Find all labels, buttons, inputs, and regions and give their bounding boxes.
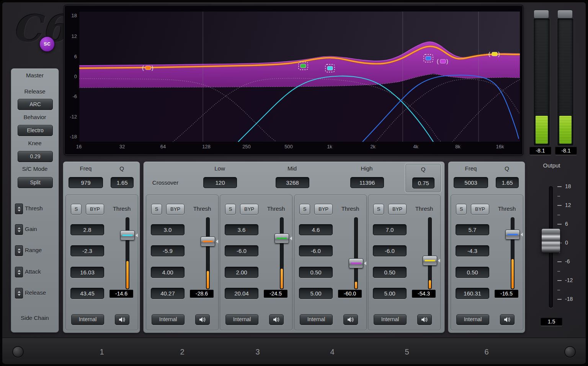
master-thresh-link-spinner[interactable] <box>15 204 23 214</box>
band-3-thresh-slider[interactable] <box>274 233 289 243</box>
band-5-solo-button[interactable]: S <box>373 204 384 215</box>
band-6-solo-button[interactable]: S <box>456 204 467 215</box>
band-4-audition-button[interactable] <box>343 314 358 325</box>
band-4-solo-button[interactable]: S <box>299 204 310 215</box>
band-4-thresh-slider[interactable] <box>349 258 363 268</box>
band-1-audition-button[interactable] <box>115 314 129 325</box>
band-1-bypass-button[interactable]: BYP <box>86 204 104 215</box>
band-3-solo-button[interactable]: S <box>225 204 236 215</box>
band-2-audition-button[interactable] <box>195 314 210 325</box>
band-6-freq-display[interactable]: 5003 <box>454 177 488 188</box>
band-5-thresh-slider[interactable] <box>423 256 437 266</box>
band-2-gain-display[interactable]: 3.0 <box>151 224 185 235</box>
master-range-link-spinner[interactable] <box>15 245 23 256</box>
output-meter-left-level <box>536 116 548 144</box>
band-5-graph-marker[interactable] <box>492 52 497 56</box>
band-3-sidechain-source-button[interactable]: Internal <box>225 314 258 325</box>
band-3-release-display[interactable]: 20.04 <box>225 288 258 299</box>
graph-x-tick-4k: 4k <box>408 144 423 149</box>
graph-y-tick--12: -12 <box>65 113 77 120</box>
band-2-thresh-slider[interactable] <box>201 236 215 246</box>
crossover-high-display[interactable]: 11396 <box>350 177 384 188</box>
master-knee-button[interactable]: 0.29 <box>18 151 53 162</box>
band-3-range-display[interactable]: -6.0 <box>225 245 258 256</box>
band-3-bypass-button[interactable]: BYP <box>240 204 258 215</box>
band-1-q-display[interactable]: 1.65 <box>111 177 134 188</box>
band-4-range-display[interactable]: -6.0 <box>299 245 333 256</box>
crossover-low-display[interactable]: 120 <box>203 177 237 188</box>
output-scale-label-18: 18 <box>565 183 571 189</box>
band-6-attack-display[interactable]: 0.50 <box>456 267 489 278</box>
band-6-thresh-slider[interactable] <box>505 230 520 240</box>
band-4-sidechain-source-button[interactable]: Internal <box>300 314 333 325</box>
band-2-thresh-slider-track[interactable] <box>206 217 210 289</box>
band-2-solo-button[interactable]: S <box>151 204 162 215</box>
band-1-thresh-display: -14.6 <box>109 290 133 298</box>
band-2-sidechain-source-button[interactable]: Internal <box>152 314 185 325</box>
master-behavior-button[interactable]: Electro <box>18 125 53 136</box>
band-6-release-display[interactable]: 160.31 <box>456 288 489 299</box>
band-2-graph-marker[interactable] <box>145 66 151 70</box>
band-5-gain-display[interactable]: 7.0 <box>373 224 407 235</box>
band-1-solo-button[interactable]: S <box>71 204 82 215</box>
crossover-mid-display[interactable]: 3268 <box>276 177 309 188</box>
output-scale-tick-6 <box>557 224 562 225</box>
band-4-gain-display[interactable]: 4.6 <box>299 224 333 235</box>
band-6-sidechain-source-button[interactable]: Internal <box>456 314 489 325</box>
side-chain-label: Side Chain <box>11 315 59 321</box>
band-3-graph-marker[interactable] <box>301 64 306 68</box>
graph-x-tick-500: 500 <box>281 144 296 149</box>
band-6-q-display[interactable]: 1.65 <box>496 177 519 188</box>
master-release-button[interactable]: ARC <box>18 99 53 110</box>
band-3-thresh-display: -24.5 <box>264 290 287 298</box>
band-2-range-display[interactable]: -5.9 <box>151 245 185 256</box>
crossover-panel: Crossover Low 120 Mid 3268 High 11396 Q … <box>143 161 445 333</box>
band-number-2: 2 <box>175 348 190 356</box>
master-gain-link-spinner[interactable] <box>15 224 23 235</box>
frequency-response-plot[interactable]: ()()() <box>79 11 520 142</box>
master-sc-mode-button[interactable]: Split <box>18 177 53 188</box>
band-6-graph-marker[interactable] <box>426 56 431 60</box>
band-4-release-display[interactable]: 5.00 <box>299 288 333 299</box>
band-6-thresh-slider-track[interactable] <box>511 217 514 289</box>
band-1-release-display[interactable]: 43.45 <box>70 288 104 299</box>
band-1-range-display[interactable]: -2.3 <box>70 245 104 256</box>
master-release-link-spinner[interactable] <box>15 288 23 299</box>
band-2-release-display[interactable]: 40.27 <box>151 288 185 299</box>
spinner-up-arrow-icon <box>18 270 21 272</box>
band-1-graph-marker[interactable] <box>327 66 333 70</box>
speaker-icon <box>421 317 428 322</box>
band-6-gain-display[interactable]: 5.7 <box>456 224 489 235</box>
band-5-audition-button[interactable] <box>417 314 432 325</box>
band-5-bypass-button[interactable]: BYP <box>388 204 407 215</box>
band-2-bypass-button[interactable]: BYP <box>166 204 185 215</box>
band-3-gain-display[interactable]: 3.6 <box>225 224 258 235</box>
band-5-range-display[interactable]: -6.0 <box>373 245 407 256</box>
band-1-sidechain-source-button[interactable]: Internal <box>71 314 104 325</box>
band-6-bypass-button[interactable]: BYP <box>471 204 489 215</box>
crossover-q-display[interactable]: 0.75 <box>412 177 434 189</box>
band-4-thresh-slider-track[interactable] <box>354 217 358 289</box>
band-5-thresh-slider-track[interactable] <box>428 217 432 289</box>
band-1-thresh-slider-track[interactable] <box>126 217 129 289</box>
band-1-attack-display[interactable]: 16.03 <box>70 267 104 278</box>
band-5-attack-display[interactable]: 0.50 <box>373 267 407 278</box>
band-4-graph-marker[interactable] <box>440 59 446 63</box>
band-6-audition-button[interactable] <box>500 314 514 325</box>
band-1-gain-display[interactable]: 2.8 <box>70 224 104 235</box>
band-2-attack-display[interactable]: 4.00 <box>151 267 185 278</box>
frequency-graph-panel: ()()() 181260-6-12-18 1632641282505001k2… <box>64 5 523 155</box>
band-4-bypass-button[interactable]: BYP <box>314 204 333 215</box>
band-5-sidechain-source-button[interactable]: Internal <box>374 314 407 325</box>
speaker-icon <box>504 317 511 322</box>
band-3-attack-display[interactable]: 2.00 <box>225 267 258 278</box>
band-1-freq-display[interactable]: 979 <box>69 177 103 188</box>
band-3-thresh-slider-track[interactable] <box>280 217 284 289</box>
master-attack-link-spinner[interactable] <box>15 267 23 277</box>
output-fader-thumb[interactable] <box>541 228 560 253</box>
band-3-audition-button[interactable] <box>269 314 284 325</box>
band-5-release-display[interactable]: 5.00 <box>373 288 407 299</box>
band-1-thresh-slider[interactable] <box>120 230 135 240</box>
band-6-range-display[interactable]: -4.3 <box>456 245 489 256</box>
band-4-attack-display[interactable]: 0.50 <box>299 267 333 278</box>
